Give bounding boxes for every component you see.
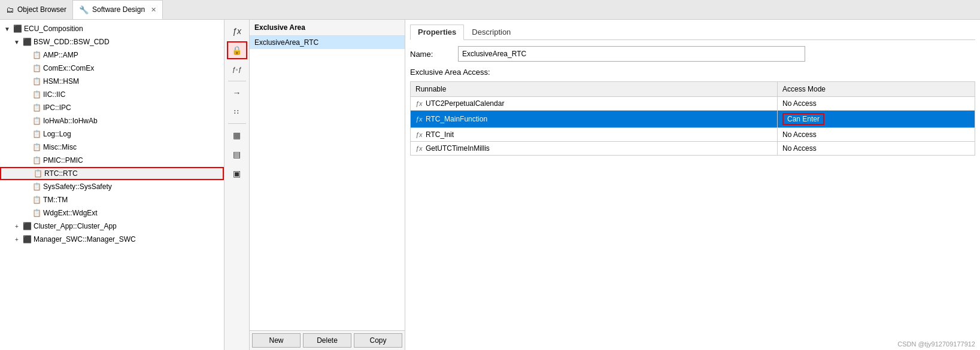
- tree-item-iic[interactable]: 📋 IIC::IIC: [0, 88, 224, 101]
- tree-item-cluster[interactable]: + ⬛ Cluster_App::Cluster_App: [0, 220, 224, 233]
- dots-button[interactable]: ∷: [227, 103, 247, 121]
- toolbar-divider-2: [228, 123, 246, 124]
- tree-item-iohwab[interactable]: 📋 IoHwAb::IoHwAb: [0, 114, 224, 127]
- dots-icon: ∷: [234, 108, 239, 116]
- node-icon-misc: 📋: [31, 143, 42, 151]
- fx-icon-getutc: ƒx: [415, 145, 423, 152]
- delete-button[interactable]: Delete: [303, 333, 351, 348]
- runnable-rtc-init: ƒx RTC_Init: [411, 128, 778, 142]
- calc-icon: ƒ◦ƒ: [232, 66, 241, 73]
- can-enter-badge: Can Enter: [782, 113, 824, 125]
- list-panel: Exclusive Area ExclusiveArea_RTC New Del…: [250, 20, 405, 350]
- node-icon-cluster: ⬛: [22, 222, 32, 230]
- table-row-rtc-init[interactable]: ƒx RTC_Init No Access: [411, 128, 975, 142]
- runnable-getutc: ƒx GetUTCTimeInMillis: [411, 142, 778, 156]
- table-icon: ▦: [233, 130, 241, 140]
- copy-button[interactable]: Copy: [354, 333, 402, 348]
- tree-label-rtc: RTC::RTC: [44, 169, 78, 178]
- table3-icon: ▣: [233, 169, 241, 178]
- access-mode-utc2: No Access: [777, 97, 975, 111]
- toggle-bsw[interactable]: ▼: [12, 39, 22, 45]
- tree-item-bsw[interactable]: ▼ ⬛ BSW_CDD::BSW_CDD: [0, 35, 224, 48]
- lock-button[interactable]: 🔒: [227, 41, 247, 59]
- toolbar-divider-1: [228, 81, 246, 81]
- tree-item-comex[interactable]: 📋 ComEx::ComEx: [0, 62, 224, 75]
- tab-properties-label: Properties: [418, 28, 456, 36]
- tree-label-bsw: BSW_CDD::BSW_CDD: [34, 38, 110, 46]
- toggle-ipc: [22, 105, 31, 111]
- tree-label-amp: AMP::AMP: [43, 51, 78, 59]
- tree-label-pmic: PMIC::PMIC: [43, 156, 83, 165]
- list-header-label: Exclusive Area: [254, 23, 305, 32]
- list-item-ea-rtc-label: ExclusiveArea_RTC: [254, 38, 318, 47]
- tree-item-log[interactable]: 📋 Log::Log: [0, 127, 224, 141]
- table-button[interactable]: ▦: [227, 126, 247, 144]
- node-icon-tm: 📋: [31, 196, 42, 204]
- node-icon-wdgext: 📋: [31, 209, 42, 217]
- col-runnable: Runnable: [411, 82, 778, 97]
- software-design-icon: 🔧: [79, 5, 89, 14]
- table2-button[interactable]: ▤: [227, 145, 247, 163]
- table3-button[interactable]: ▣: [227, 165, 247, 182]
- close-icon[interactable]: ✕: [151, 6, 156, 14]
- tab-object-browser-label: Object Browser: [17, 5, 66, 14]
- access-table: Runnable Access Mode ƒx UTC2PerpetualCal…: [410, 81, 975, 156]
- tree-item-amp[interactable]: 📋 AMP::AMP: [0, 48, 224, 62]
- arrow-icon: →: [233, 88, 241, 98]
- toggle-pmic: [22, 157, 31, 164]
- toggle-iohwab: [22, 118, 31, 124]
- table2-icon: ▤: [233, 150, 241, 159]
- name-label: Name:: [410, 50, 458, 59]
- arrow-button[interactable]: →: [227, 84, 247, 102]
- fx-icon-utc2: ƒx: [415, 100, 423, 107]
- table-row-utc2[interactable]: ƒx UTC2PerpetualCalendar No Access: [411, 97, 975, 111]
- tab-software-design[interactable]: 🔧 Software Design ✕: [73, 0, 163, 19]
- properties-tabs: Properties Description: [410, 25, 975, 40]
- access-section-title: Exclusive Area Access:: [410, 68, 975, 77]
- object-browser-icon: 🗂: [6, 5, 14, 14]
- toggle-rtc: [23, 171, 32, 177]
- toggle-comex: [22, 65, 31, 72]
- tree-label-hsm: HSM::HSM: [43, 77, 79, 86]
- node-icon-comex: 📋: [31, 64, 42, 72]
- tree-item-tm[interactable]: 📋 TM::TM: [0, 193, 224, 206]
- tree-item-syssafety[interactable]: 📋 SysSafety::SysSafety: [0, 180, 224, 193]
- toggle-hsm: [22, 78, 31, 85]
- tree-item-hsm[interactable]: 📋 HSM::HSM: [0, 75, 224, 88]
- tree-item-pmic[interactable]: 📋 PMIC::PMIC: [0, 154, 224, 167]
- properties-panel: Properties Description Name: Exclusive A…: [405, 20, 980, 350]
- tree-item-misc[interactable]: 📋 Misc::Misc: [0, 141, 224, 154]
- toggle-manager[interactable]: +: [12, 236, 22, 243]
- node-icon-rtc: 📋: [32, 169, 43, 178]
- tree-label-ecu: ECU_Composition: [24, 25, 83, 33]
- tab-description[interactable]: Description: [464, 25, 518, 39]
- fx-button[interactable]: ƒx: [227, 22, 247, 40]
- fx-icon-rtc-init: ƒx: [415, 131, 423, 138]
- list-footer: New Delete Copy: [250, 330, 405, 350]
- toggle-ecu[interactable]: ▼: [2, 26, 12, 32]
- tree-label-wdgext: WdgExt::WdgExt: [43, 209, 98, 217]
- tree-label-ipc: IPC::IPC: [43, 104, 71, 112]
- toggle-cluster[interactable]: +: [12, 223, 22, 230]
- access-mode-rtc-init: No Access: [777, 128, 975, 142]
- runnable-utc2: ƒx UTC2PerpetualCalendar: [411, 97, 778, 111]
- tree-item-wdgext[interactable]: 📋 WdgExt::WdgExt: [0, 206, 224, 220]
- tab-bar: 🗂 Object Browser 🔧 Software Design ✕: [0, 0, 980, 20]
- calc-button[interactable]: ƒ◦ƒ: [227, 60, 247, 78]
- node-icon-manager: ⬛: [22, 235, 32, 244]
- tree-item-ecu[interactable]: ▼ ⬛ ECU_Composition: [0, 22, 224, 35]
- toggle-tm: [22, 197, 31, 203]
- node-icon-bsw: ⬛: [22, 38, 32, 46]
- name-input[interactable]: [458, 46, 805, 62]
- tree-item-rtc[interactable]: 📋 RTC::RTC: [0, 167, 224, 180]
- tree-label-syssafety: SysSafety::SysSafety: [43, 182, 112, 191]
- tab-properties[interactable]: Properties: [410, 25, 464, 40]
- tab-object-browser[interactable]: 🗂 Object Browser: [0, 0, 73, 19]
- toolbar-panel: ƒx 🔒 ƒ◦ƒ → ∷ ▦ ▤ ▣: [224, 20, 250, 350]
- tree-item-ipc[interactable]: 📋 IPC::IPC: [0, 101, 224, 114]
- table-row-rtc-main[interactable]: ƒx RTC_MainFunction Can Enter: [411, 111, 975, 128]
- new-button[interactable]: New: [252, 333, 301, 348]
- tree-item-manager[interactable]: + ⬛ Manager_SWC::Manager_SWC: [0, 233, 224, 246]
- list-item-ea-rtc[interactable]: ExclusiveArea_RTC: [250, 36, 405, 49]
- table-row-getutc[interactable]: ƒx GetUTCTimeInMillis No Access: [411, 142, 975, 156]
